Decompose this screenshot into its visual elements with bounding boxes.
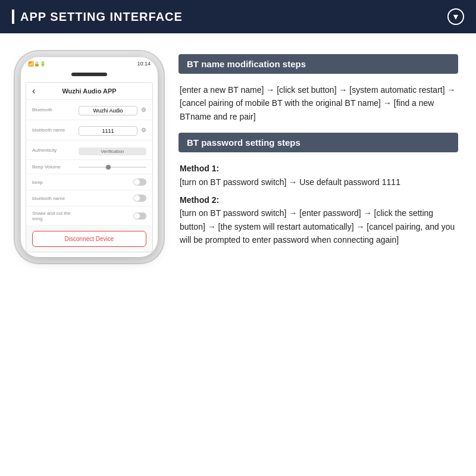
header-title: APP SETTING INTERFACE <box>12 10 183 24</box>
phone-time: 10:14 <box>137 61 151 67</box>
phone-screen: ‹ Wuzhi Audio APP Bluetooth ⚙ bluetooth … <box>26 82 153 252</box>
phone-nav-title: Wuzhi Audio APP <box>62 87 116 95</box>
setting-label-bluetooth: Bluetooth <box>32 107 75 112</box>
beep-volume-slider[interactable] <box>79 167 146 168</box>
main-content: 📶🔒🔋 10:14 ‹ Wuzhi Audio APP Bluetooth <box>0 33 476 476</box>
header-dropdown-icon[interactable]: ▼ <box>447 8 464 25</box>
setting-label-beep: beep <box>32 180 75 185</box>
bluetooth-gear-icon[interactable]: ⚙ <box>141 107 146 113</box>
setting-row-beep: beep <box>26 174 152 190</box>
method2-label: Method 2: <box>180 195 219 205</box>
bt-name-section-header: BT name modification steps <box>178 54 458 74</box>
method1-body: [turn on BT password switch] → Use defau… <box>180 177 400 187</box>
phone-nav: ‹ Wuzhi Audio APP <box>26 83 152 100</box>
bt-name-section-body: [enter a new BT name] → [click set butto… <box>178 81 458 126</box>
phone-status-bar: 📶🔒🔋 10:14 <box>21 57 158 70</box>
setting-row-authenticity: Authenticity Verification <box>26 140 152 160</box>
beep-toggle[interactable] <box>133 178 146 186</box>
setting-label-beep-volume: Beep Volume <box>32 164 75 170</box>
setting-row-shake: Shake and cut the song <box>26 206 152 226</box>
bt-name-input[interactable] <box>79 126 137 136</box>
method2-body: [turn on BT password switch] → [enter pa… <box>180 208 455 245</box>
right-content: BT name modification steps [enter a new … <box>178 51 458 466</box>
setting-row-beep-volume: Beep Volume <box>26 160 152 174</box>
setting-label-bt-name-toggle: bluetooth name <box>32 196 75 201</box>
header-title-text: APP SETTING INTERFACE <box>20 10 183 24</box>
setting-label-authenticity: Authenticity <box>32 148 75 153</box>
disconnect-button[interactable]: Disconnect Device <box>32 231 146 247</box>
back-button[interactable]: ‹ <box>32 86 35 96</box>
setting-label-bt-name: bluetooth name <box>32 127 75 133</box>
bt-name-gear-icon[interactable]: ⚙ <box>141 127 146 133</box>
setting-row-bluetooth: Bluetooth ⚙ <box>26 100 152 120</box>
phone-notch <box>71 73 107 76</box>
bt-password-section-body: Method 1: [turn on BT password switch] →… <box>178 159 458 249</box>
phone-container: 📶🔒🔋 10:14 ‹ Wuzhi Audio APP Bluetooth <box>12 51 167 466</box>
status-icons: 📶🔒🔋 <box>28 61 46 67</box>
bt-password-section-header: BT password setting steps <box>178 133 458 152</box>
verification-button[interactable]: Verification <box>79 148 146 155</box>
setting-row-bt-name: bluetooth name ⚙ <box>26 120 152 140</box>
phone-mockup: 📶🔒🔋 10:14 ‹ Wuzhi Audio APP Bluetooth <box>21 57 158 257</box>
bt-name-toggle[interactable] <box>133 195 146 202</box>
setting-label-shake: Shake and cut the song <box>32 211 75 221</box>
slider-thumb[interactable] <box>106 165 111 170</box>
app-header: APP SETTING INTERFACE ▼ <box>0 0 476 33</box>
setting-row-bt-name-toggle: bluetooth name <box>26 190 152 206</box>
method1-label: Method 1: <box>180 164 219 173</box>
bluetooth-input[interactable] <box>79 106 137 115</box>
shake-toggle[interactable] <box>133 212 146 220</box>
